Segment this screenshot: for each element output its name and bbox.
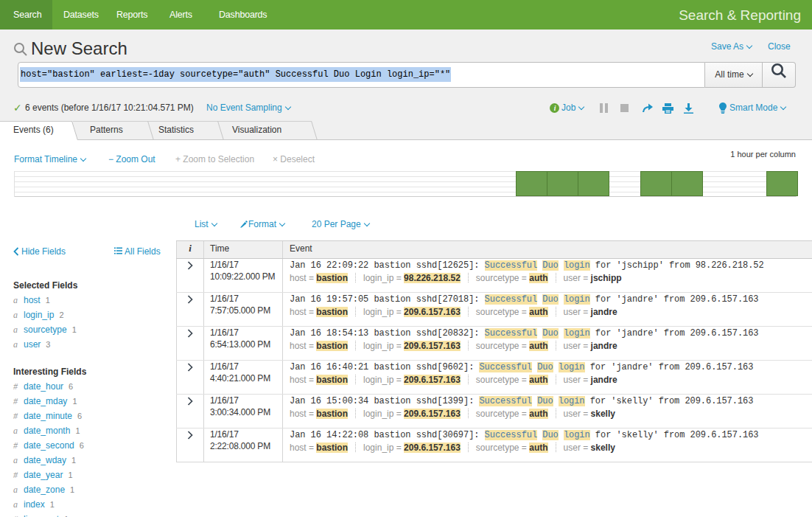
svg-text:i: i (554, 105, 556, 112)
